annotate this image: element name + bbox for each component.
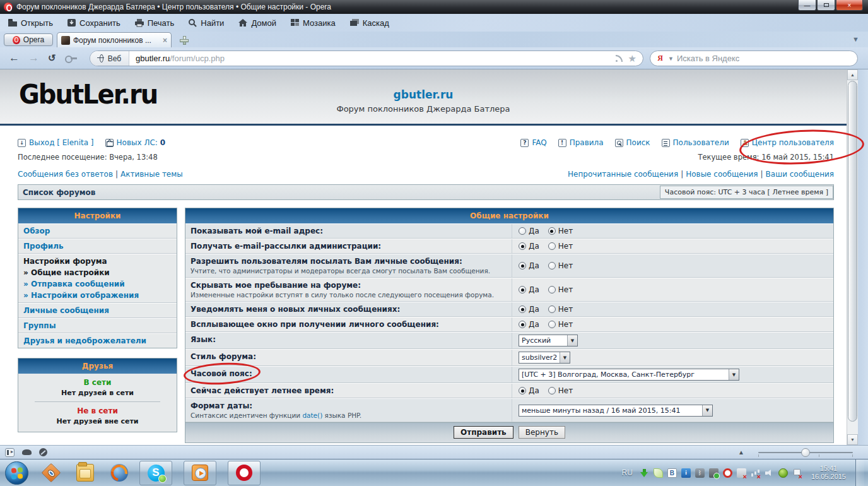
- forum-list-link[interactable]: Список форумов: [23, 188, 95, 197]
- site-home-link[interactable]: gbutler.ru: [394, 88, 454, 101]
- maximize-button[interactable]: [817, 0, 835, 11]
- find-button[interactable]: Найти: [188, 18, 224, 28]
- radio-yes[interactable]: [519, 227, 526, 235]
- radio-yes[interactable]: [519, 242, 526, 250]
- open-button[interactable]: Открыть: [8, 18, 53, 28]
- explorer-icon[interactable]: [76, 464, 94, 482]
- sync-cloud-icon[interactable]: [22, 449, 32, 455]
- site-logo[interactable]: GbutLer.ru: [19, 79, 157, 109]
- language-select[interactable]: Русский▼: [519, 335, 578, 347]
- zoom-slider-handle[interactable]: [801, 448, 810, 457]
- radio-yes[interactable]: [519, 262, 526, 270]
- bookmark-star-icon[interactable]: ★: [628, 53, 636, 64]
- sidebar-item-global-settings[interactable]: » Общие настройки: [23, 268, 172, 277]
- turbo-icon[interactable]: [39, 448, 47, 456]
- logout-link[interactable]: Выход [ Elenita ]: [29, 138, 94, 147]
- timezone-select[interactable]: [UTC + 3] Волгоград, Москва, Санкт-Петер…: [519, 369, 739, 381]
- sidebar-item-friends-foes[interactable]: Друзья и недоброжелатели: [18, 333, 177, 348]
- unanswered-link[interactable]: Сообщения без ответов: [18, 170, 113, 179]
- search-input[interactable]: [677, 54, 852, 63]
- members-link[interactable]: Пользователи: [673, 138, 729, 147]
- radio-no[interactable]: [548, 262, 556, 270]
- leaf-tray-icon[interactable]: [654, 468, 663, 478]
- forum-search-link[interactable]: Поиск: [626, 138, 650, 147]
- sidebar-item-display[interactable]: » Настройки отображения: [23, 291, 172, 300]
- radio-yes[interactable]: [519, 286, 526, 293]
- password-key-icon[interactable]: [65, 55, 78, 61]
- skype-taskbar-button[interactable]: S: [139, 461, 172, 485]
- volume-icon[interactable]: [765, 468, 774, 478]
- vertical-scrollbar[interactable]: ▲ ▼: [847, 69, 858, 445]
- image-viewer-icon[interactable]: [42, 463, 61, 483]
- opera-taskbar-button[interactable]: [228, 461, 261, 485]
- taskbar-clock[interactable]: 15:41 16.05.2015: [811, 465, 846, 481]
- download-manager-icon[interactable]: [640, 468, 649, 478]
- reset-button[interactable]: Вернуть: [519, 426, 565, 439]
- vk-tray-icon[interactable]: B: [667, 468, 677, 478]
- new-tab-button[interactable]: [178, 35, 189, 45]
- close-button[interactable]: ×: [836, 0, 863, 11]
- zoom-slider[interactable]: [758, 448, 853, 457]
- messenger-tray-icon[interactable]: i: [681, 468, 691, 478]
- radio-no[interactable]: [548, 387, 556, 394]
- search-field[interactable]: Я ▼: [650, 50, 858, 66]
- firefox-icon[interactable]: [110, 464, 128, 482]
- cascade-windows-button[interactable]: Каскад: [349, 18, 389, 28]
- usb-device-icon[interactable]: [709, 468, 718, 478]
- date-function-link[interactable]: date(): [302, 412, 322, 419]
- show-desktop-button[interactable]: [855, 459, 864, 486]
- save-button[interactable]: Сохранить: [67, 18, 120, 28]
- sidebar-item-posting[interactable]: » Отправка сообщений: [23, 280, 172, 288]
- start-button[interactable]: [5, 461, 28, 485]
- tab-active[interactable]: Форум поклонников ... ×: [57, 32, 172, 47]
- scroll-down-icon[interactable]: ▼: [847, 434, 858, 445]
- opera-menu-button[interactable]: Opera: [4, 33, 53, 46]
- radio-yes[interactable]: [519, 387, 526, 394]
- antivirus-icon[interactable]: [778, 468, 788, 478]
- new-messages-link[interactable]: Новые сообщения: [686, 170, 758, 179]
- date-format-select[interactable]: меньше минуты назад / 16 май 2015, 15:41…: [519, 405, 713, 417]
- reload-button[interactable]: ↺: [48, 52, 56, 64]
- opera-tray-icon[interactable]: [723, 468, 732, 478]
- radio-no[interactable]: [548, 242, 556, 250]
- sidebar-item-profile[interactable]: Профиль: [18, 239, 177, 254]
- unread-messages-link[interactable]: Непрочитанные сообщения: [568, 170, 678, 179]
- sidebar-item-private-messages[interactable]: Личные сообщения: [18, 303, 177, 318]
- rss-icon[interactable]: [615, 54, 623, 62]
- home-button[interactable]: Домой: [238, 18, 276, 28]
- radio-no[interactable]: [548, 227, 556, 235]
- media-player-taskbar-button[interactable]: [184, 461, 216, 485]
- style-select[interactable]: subsilver2▼: [519, 352, 570, 364]
- scrollbar-thumb[interactable]: [848, 81, 857, 422]
- security-badge[interactable]: Веб: [90, 51, 129, 66]
- print-button[interactable]: Печать: [134, 18, 175, 28]
- scroll-up-icon[interactable]: ▲: [847, 69, 858, 80]
- search-engine-chevron-icon[interactable]: ▼: [668, 56, 674, 62]
- radio-yes[interactable]: [519, 321, 526, 328]
- faq-link[interactable]: FAQ: [532, 138, 546, 147]
- url-field[interactable]: Веб gbutler.ru/forum/ucp.php ★: [90, 50, 643, 66]
- radio-no[interactable]: [548, 286, 556, 293]
- bluetooth-icon[interactable]: ᛒ: [695, 468, 705, 478]
- radio-no[interactable]: [548, 305, 556, 313]
- network-status-icon[interactable]: [751, 468, 760, 478]
- sidebar-item-groups[interactable]: Группы: [18, 318, 177, 333]
- tab-overflow-chevron-icon[interactable]: ▼: [852, 35, 859, 43]
- tile-windows-button[interactable]: Мозаика: [290, 18, 336, 28]
- fit-to-width-button[interactable]: ▲: [738, 449, 744, 456]
- radio-no[interactable]: [548, 321, 556, 328]
- minimize-button[interactable]: —: [798, 0, 816, 11]
- radio-yes[interactable]: [519, 305, 526, 313]
- submit-button[interactable]: Отправить: [454, 426, 513, 439]
- new-pm-link[interactable]: Новых ЛС:: [117, 138, 158, 147]
- action-center-icon[interactable]: [792, 468, 802, 478]
- forward-button[interactable]: →: [28, 52, 39, 64]
- your-messages-link[interactable]: Ваши сообщения: [766, 170, 834, 179]
- active-topics-link[interactable]: Активные темы: [120, 170, 183, 179]
- panels-toggle-button[interactable]: [5, 448, 15, 457]
- rules-link[interactable]: Правила: [570, 138, 604, 147]
- power-status-icon[interactable]: [737, 468, 746, 478]
- tab-close-icon[interactable]: ×: [163, 36, 167, 45]
- sidebar-item-overview[interactable]: Обзор: [18, 223, 177, 239]
- back-button[interactable]: ←: [9, 52, 20, 64]
